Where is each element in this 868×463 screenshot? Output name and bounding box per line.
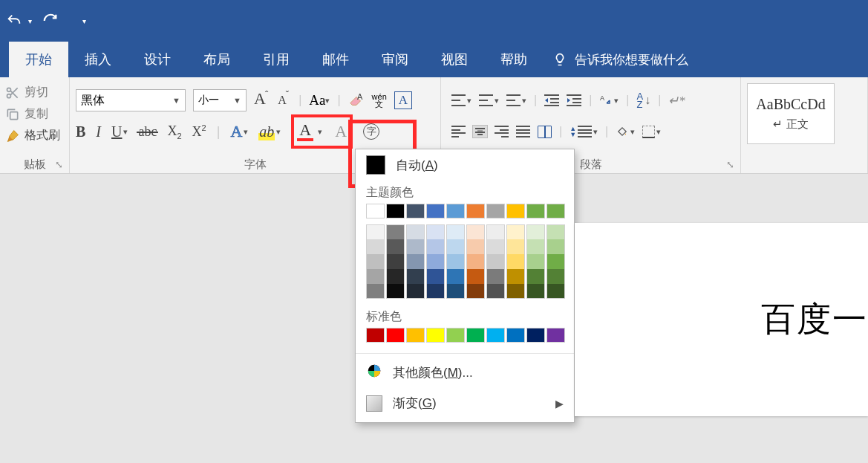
color-swatch[interactable] — [486, 224, 505, 239]
color-swatch[interactable] — [446, 204, 465, 218]
color-swatch[interactable] — [446, 224, 465, 239]
document-text[interactable]: 百度一 — [761, 297, 868, 343]
color-swatch[interactable] — [406, 284, 425, 299]
color-swatch[interactable] — [366, 328, 385, 343]
color-swatch[interactable] — [506, 224, 525, 239]
color-swatch[interactable] — [426, 224, 445, 239]
color-swatch[interactable] — [526, 284, 545, 299]
color-swatch[interactable] — [486, 254, 505, 269]
color-swatch[interactable] — [406, 239, 425, 254]
undo-icon[interactable] — [6, 13, 22, 29]
redo-icon[interactable] — [42, 13, 59, 29]
color-swatch[interactable] — [546, 254, 565, 269]
shading-button[interactable]: ▾ — [616, 125, 635, 138]
highlight-button[interactable]: ab ▾ — [258, 123, 281, 140]
tab-view[interactable]: 视图 — [425, 42, 484, 77]
character-shading-button[interactable]: A — [335, 123, 347, 140]
tab-layout[interactable]: 布局 — [187, 42, 247, 77]
color-swatch[interactable] — [526, 328, 545, 343]
color-swatch[interactable] — [426, 284, 445, 299]
tab-file[interactable] — [0, 42, 9, 77]
dialog-launcher-icon[interactable]: ⤡ — [55, 159, 63, 170]
line-spacing-button[interactable]: ▲▼▾ — [570, 126, 598, 137]
color-swatch[interactable] — [466, 254, 485, 269]
color-swatch[interactable] — [546, 269, 565, 284]
color-swatch[interactable] — [506, 239, 525, 254]
color-swatch[interactable] — [466, 224, 485, 239]
color-swatch[interactable] — [526, 254, 545, 269]
color-swatch[interactable] — [426, 254, 445, 269]
more-colors-item[interactable]: 其他颜色(M)... — [356, 357, 574, 389]
color-swatch[interactable] — [446, 254, 465, 269]
color-swatch[interactable] — [506, 284, 525, 299]
color-swatch[interactable] — [506, 204, 525, 218]
tab-design[interactable]: 设计 — [128, 42, 187, 77]
style-normal[interactable]: AaBbCcDd ↵ 正文 — [747, 83, 835, 144]
superscript-button[interactable]: X2 — [192, 123, 206, 140]
undo-dropdown-icon[interactable]: ▾ — [28, 17, 32, 25]
color-swatch[interactable] — [406, 254, 425, 269]
color-swatch[interactable] — [506, 328, 525, 343]
decrease-indent-button[interactable] — [544, 94, 559, 106]
character-border-button[interactable]: A — [394, 91, 412, 109]
grow-font-button[interactable]: Aˆ — [254, 91, 270, 110]
multilevel-list-button[interactable]: ▾ — [506, 94, 526, 106]
color-swatch[interactable] — [526, 269, 545, 284]
numbering-button[interactable]: ▾ — [479, 94, 499, 106]
color-swatch[interactable] — [366, 204, 385, 218]
distributed-button[interactable] — [538, 126, 552, 138]
font-color-split-button[interactable]: A▾ A — [291, 114, 353, 149]
change-case-button[interactable]: Aa ▾ — [309, 92, 330, 109]
color-swatch[interactable] — [426, 204, 445, 218]
color-swatch[interactable] — [466, 239, 485, 254]
align-right-button[interactable] — [495, 126, 509, 137]
color-swatch[interactable] — [446, 269, 465, 284]
color-swatch[interactable] — [406, 204, 425, 218]
color-swatch[interactable] — [486, 328, 505, 343]
bold-button[interactable]: B — [76, 123, 85, 140]
color-swatch[interactable] — [386, 204, 405, 218]
color-swatch[interactable] — [486, 269, 505, 284]
tell-me[interactable]: 告诉我你想要做什么 — [544, 42, 697, 77]
color-swatch[interactable] — [446, 284, 465, 299]
color-swatch[interactable] — [386, 224, 405, 239]
color-swatch[interactable] — [486, 284, 505, 299]
font-name-combo[interactable]: 黑体▼ — [76, 89, 186, 111]
increase-indent-button[interactable] — [567, 94, 581, 106]
italic-button[interactable]: I — [96, 123, 101, 140]
color-swatch[interactable] — [366, 224, 385, 239]
color-swatch[interactable] — [546, 239, 565, 254]
text-direction-button[interactable]: A▾ — [599, 94, 619, 107]
phonetic-guide-button[interactable]: wén文 — [372, 93, 387, 108]
align-left-button[interactable] — [451, 126, 466, 137]
underline-button[interactable]: U ▾ — [111, 123, 128, 140]
color-swatch[interactable] — [466, 204, 485, 218]
borders-button[interactable]: ▾ — [642, 126, 661, 138]
color-swatch[interactable] — [526, 224, 545, 239]
color-swatch[interactable] — [546, 204, 565, 218]
cut-button[interactable]: 剪切 — [4, 83, 61, 102]
color-swatch[interactable] — [386, 284, 405, 299]
color-swatch[interactable] — [366, 269, 385, 284]
text-effects-button[interactable]: A ▾ — [230, 122, 248, 141]
color-swatch[interactable] — [386, 239, 405, 254]
color-swatch[interactable] — [446, 239, 465, 254]
color-swatch[interactable] — [446, 328, 465, 343]
color-swatch[interactable] — [506, 269, 525, 284]
color-swatch[interactable] — [486, 204, 505, 218]
gradient-item[interactable]: 渐变(G) ▶ — [356, 389, 574, 418]
color-swatch[interactable] — [546, 224, 565, 239]
color-swatch[interactable] — [386, 328, 405, 343]
subscript-button[interactable]: X2 — [167, 123, 181, 140]
color-swatch[interactable] — [426, 328, 445, 343]
align-justify-button[interactable] — [516, 126, 530, 137]
color-swatch[interactable] — [546, 328, 565, 343]
bullets-button[interactable]: ▾ — [451, 94, 471, 106]
color-swatch[interactable] — [526, 239, 545, 254]
color-swatch[interactable] — [406, 224, 425, 239]
document-page[interactable]: 百度一 — [575, 223, 868, 416]
tab-help[interactable]: 帮助 — [484, 42, 544, 77]
tab-home[interactable]: 开始 — [9, 42, 68, 77]
color-swatch[interactable] — [406, 328, 425, 343]
font-size-combo[interactable]: 小一▼ — [193, 89, 247, 111]
